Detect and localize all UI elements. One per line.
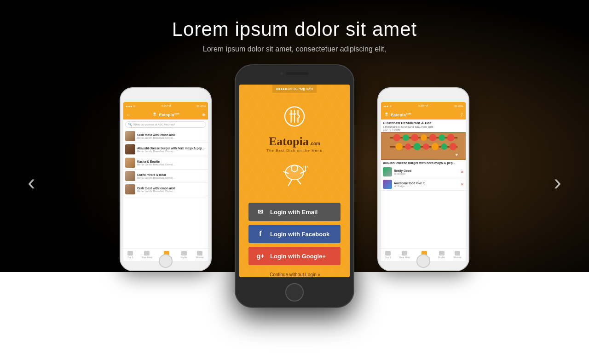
email-login-button[interactable]: ✉ Login with Email [248,203,341,221]
nav-wishlist-right[interactable]: Wishlist [453,251,461,259]
right-app-logo-icon [384,112,389,117]
facebook-login-button[interactable]: f Login with Facebook [248,225,341,243]
nav-label: Rate Meal [142,256,152,259]
review-title: Awesome food love it [394,182,464,185]
ratemeal-icon-r [402,251,407,256]
item-title: Crab toast with lemon aioli [137,187,206,190]
share-icon-right[interactable]: ⤴ [461,112,463,117]
svg-point-21 [393,134,400,142]
list-item: Cured meats & local Menu: Lunch, Breakfa… [123,170,208,183]
svg-point-24 [421,135,427,141]
svg-text:♥: ♥ [455,152,458,157]
review-at: at: Brianpr [394,172,464,175]
left-home-button[interactable] [159,254,173,268]
item-sub: Menu: Lunch, Breakfast, Dinner,... [137,176,206,179]
svg-point-35 [450,143,457,150]
email-icon: ✉ [255,207,266,217]
app-domain: .com [310,141,320,146]
food-image [125,158,135,168]
item-title: Akaushi cheese burger with herb mayo & p… [137,147,206,150]
nav-profile-right[interactable]: Profile [439,251,445,259]
search-placeholder-text: What did you eat at ABC Kitchen? [133,123,175,126]
nav-profile[interactable]: Profile [181,251,187,259]
nav-ratemeal[interactable]: Rate Meal [142,251,152,259]
header: Lorem ipsum dolor sit amet Lorem ipsum d… [0,18,589,53]
right-home-button[interactable] [416,254,430,268]
power-button[interactable] [353,109,354,127]
wishlist-icon-r [455,251,460,256]
phone-right-body: ●●● ≋ 5:20PM ⊟ 40% Eatopia.com [377,87,469,271]
continue-without-login-link[interactable]: Continue without Login » [269,272,320,277]
restaurant-name: C Kitchen Restaurant & Bar [381,119,466,125]
review-image [383,180,392,189]
google-login-button[interactable]: g+ Login with Google+ [248,247,341,265]
svg-line-10 [297,180,300,184]
right-screen-content: ●●● ≋ 5:20PM ⊟ 40% Eatopia.com [381,102,466,261]
right-app-header: Eatopia.com ⤴ [381,109,466,119]
center-status-bar: ●●●●● ≋ 5:20PM ▮ 82% [272,85,317,93]
center-home-button[interactable] [285,283,304,301]
review-close-icon[interactable]: ✕ [461,182,464,187]
item-title: Kasha & Bowtie [137,160,206,163]
nav-label: Top 5 [127,256,133,259]
app-logo-icon-small [152,112,157,117]
nav-wishlist[interactable]: Wishlist [196,251,203,259]
next-arrow[interactable]: › [554,169,561,195]
prev-arrow[interactable]: ‹ [28,169,35,195]
facebook-login-label: Login with Facebook [270,231,329,238]
review-title: Really Good [394,169,464,172]
svg-point-27 [447,134,455,142]
volume-up-button[interactable] [235,102,236,114]
mascot-svg [276,159,313,192]
camera-lens [280,72,283,75]
facebook-icon: f [255,229,266,239]
review-image [383,167,392,176]
back-icon[interactable]: ← [126,112,131,117]
nav-top5[interactable]: Top 5 [127,251,133,259]
app-logo-svg [281,104,308,132]
nav-top5-right[interactable]: Top 5 [385,251,391,259]
app-tagline: The Best Dish on the Menu [266,148,323,153]
svg-point-7 [285,165,303,180]
app-name-text: Eatopia [269,135,309,148]
item-sub: Menu: Lunch, Breakfast, Dinner,... [137,190,206,193]
food-image [125,131,135,141]
left-header-title: Eatopia.com [159,112,179,117]
page-title: Lorem ipsum dolor sit amet [0,18,589,40]
nav-ratemeal-right[interactable]: Rate Meal [399,251,410,259]
phone-top-area [280,72,309,75]
food-item-title: Akaushi cheese burger with herb mayo & p… [381,160,466,166]
wishlist-icon [197,251,202,256]
nav-label: Wishlist [196,256,203,259]
phone-right-screen: ●●● ≋ 5:20PM ⊟ 40% Eatopia.com [381,102,466,261]
left-search-bar[interactable]: 🔍 What did you eat at ABC Kitchen? [125,121,206,128]
review-at: at: Bridge [394,185,464,188]
app-name-area: Eatopia .com [269,135,320,148]
item-title: Cured meats & local [137,173,206,176]
svg-point-33 [432,143,439,150]
center-screen-content: ●●●●● ≋ 5:20PM ▮ 82% [239,85,350,277]
volume-down-button[interactable] [235,118,236,130]
svg-point-30 [405,143,411,150]
app-mascot [276,159,313,193]
item-sub: Menu: Lunch, Breakfast, Dinner,... [137,150,206,153]
email-login-label: Login with Email [270,209,318,216]
review-item: Awesome food love it at: Bridge ✕ [381,178,466,191]
phones-container: ●●●● ≋ 5:20PM ⊟ 45% ← Eatopia.com [133,64,456,358]
left-screen-content: ●●●● ≋ 5:20PM ⊟ 45% ← Eatopia.com [123,102,208,261]
svg-point-32 [423,143,429,150]
top5-icon-r [385,251,391,256]
login-buttons-group: ✉ Login with Email f Login with Facebook… [248,203,341,265]
left-app-header: ← Eatopia.com ⊕ [123,109,208,119]
phone-right: ●●● ≋ 5:20PM ⊟ 40% Eatopia.com [377,87,469,271]
top5-icon [127,251,133,256]
speaker-grill [286,72,309,75]
nav-label-r: Top 5 [385,256,391,259]
review-close-icon[interactable]: ✕ [461,170,464,174]
left-status-bar: ●●●● ≋ 5:20PM ⊟ 45% [123,102,208,109]
phone-left-screen: ●●●● ≋ 5:20PM ⊟ 45% ← Eatopia.com [123,102,208,261]
list-item: Kasha & Bowtie Menu: Lunch, Breakfast, D… [123,156,208,170]
page-subtitle: Lorem ipsum dolor sit amet, consectetuer… [0,45,589,53]
share-icon[interactable]: ⊕ [202,113,205,117]
google-login-label: Login with Google+ [270,253,326,260]
